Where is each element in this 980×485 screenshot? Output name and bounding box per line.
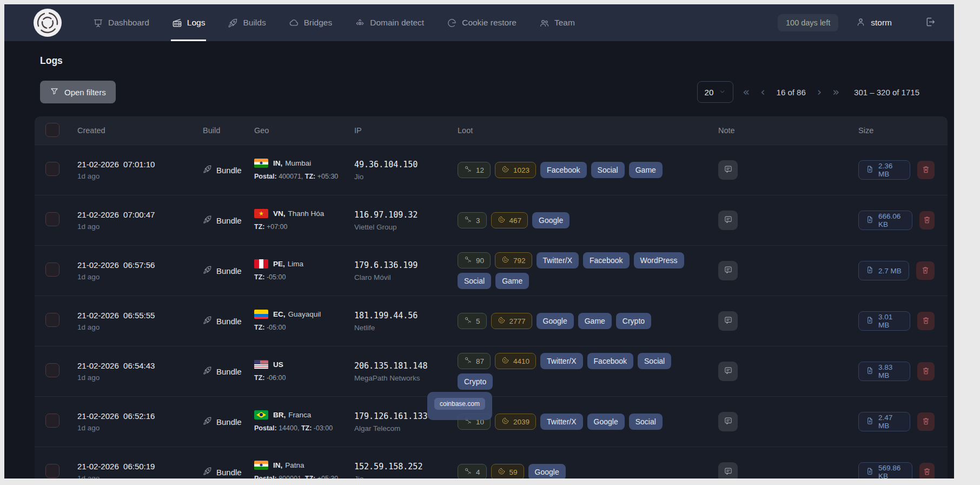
- service-badge[interactable]: Google: [537, 313, 574, 329]
- service-badge[interactable]: Google: [528, 464, 566, 479]
- service-badge[interactable]: Twitter/X: [537, 252, 579, 268]
- cookies-badge[interactable]: 4410: [495, 353, 536, 369]
- row-checkbox[interactable]: [45, 414, 59, 428]
- first-page-button[interactable]: «: [741, 87, 751, 98]
- note-button[interactable]: [718, 261, 738, 280]
- loot-badges: 3 467 Google: [458, 212, 718, 228]
- row-created: 21-02-2026 06:55:55: [77, 311, 203, 320]
- row-created: 21-02-2026 06:54:43: [77, 361, 203, 370]
- user-menu[interactable]: storm: [856, 17, 892, 29]
- delete-button[interactable]: [917, 161, 935, 179]
- row-isp: Algar Telecom: [354, 424, 458, 432]
- delete-button[interactable]: [917, 312, 935, 330]
- cookies-badge[interactable]: 792: [495, 252, 532, 268]
- row-checkbox[interactable]: [45, 162, 59, 176]
- service-badge[interactable]: Crypto: [616, 313, 651, 329]
- note-button[interactable]: [718, 462, 738, 479]
- row-ip: 181.199.44.56: [354, 311, 458, 320]
- logs-table: Created Build Geo IP Loot Note Size 21-0…: [35, 116, 948, 479]
- keys-badge[interactable]: 87: [458, 353, 491, 369]
- table-row: 21-02-2026 07:00:47 1d ago Bundle VN, Th…: [35, 195, 948, 245]
- note-button[interactable]: [718, 211, 738, 230]
- keys-badge[interactable]: 12: [458, 162, 491, 178]
- nav-item-cookie-restore[interactable]: Cookie restore: [446, 4, 518, 41]
- keys-badge[interactable]: 4: [458, 464, 487, 479]
- row-checkbox[interactable]: [45, 363, 59, 377]
- next-page-button[interactable]: ›: [816, 87, 823, 98]
- pagination: 20 « ‹ 16 of 86 › » 301 – 320 of 1715: [697, 81, 924, 103]
- row-checkbox[interactable]: [45, 313, 59, 327]
- note-button[interactable]: [718, 311, 738, 331]
- geo-country: PE,: [273, 260, 285, 268]
- service-badge[interactable]: Social: [629, 414, 663, 430]
- note-icon: [724, 215, 733, 226]
- page-size-select[interactable]: 20: [697, 81, 734, 103]
- service-badge[interactable]: Game: [578, 313, 612, 329]
- service-badge[interactable]: Google: [587, 414, 625, 430]
- cookies-badge[interactable]: 1023: [495, 162, 536, 178]
- delete-button[interactable]: [919, 211, 935, 230]
- nav-item-bridges[interactable]: Bridges: [288, 4, 334, 41]
- loot-badges: 90 792 Twitter/XFacebookWordPressSocialG…: [458, 252, 718, 289]
- delete-button[interactable]: [919, 463, 935, 479]
- keys-badge[interactable]: 90: [458, 252, 491, 268]
- delete-button[interactable]: [916, 261, 935, 280]
- download-size-badge[interactable]: 3.01 MB: [858, 311, 910, 331]
- note-button[interactable]: [718, 362, 738, 381]
- cookies-count: 4410: [513, 357, 529, 365]
- rocket-icon: [203, 165, 212, 175]
- nav-item-label: Bridges: [304, 18, 333, 28]
- cookies-badge[interactable]: 2777: [491, 313, 532, 329]
- service-badge[interactable]: Social: [458, 273, 491, 289]
- service-badge[interactable]: Google: [532, 212, 570, 228]
- download-size-badge[interactable]: 569.86 KB: [858, 462, 912, 479]
- delete-button[interactable]: [917, 412, 935, 431]
- nav-item-domain-detect[interactable]: Domain detect: [354, 4, 425, 41]
- download-size-badge[interactable]: 2.36 MB: [858, 160, 910, 180]
- service-badge[interactable]: Facebook: [540, 162, 586, 178]
- column-ip: IP: [354, 126, 458, 135]
- service-badge[interactable]: Social: [638, 353, 671, 369]
- nav-item-dashboard[interactable]: Dashboard: [92, 4, 150, 41]
- service-badge[interactable]: Social: [591, 162, 625, 178]
- note-button[interactable]: [718, 412, 738, 431]
- select-all-checkbox[interactable]: [45, 123, 59, 137]
- note-button[interactable]: [718, 160, 738, 180]
- row-checkbox[interactable]: [45, 212, 59, 226]
- nav-item-team[interactable]: Team: [538, 4, 576, 41]
- service-badge[interactable]: Game: [495, 273, 529, 289]
- nav-item-logs[interactable]: Logs: [171, 4, 207, 41]
- download-size-badge[interactable]: 3.83 MB: [858, 362, 910, 381]
- cookies-badge[interactable]: 2039: [495, 414, 536, 430]
- service-badge[interactable]: Twitter/X: [540, 353, 582, 369]
- service-badge[interactable]: Crypto: [458, 373, 493, 390]
- service-badge[interactable]: Game: [629, 162, 663, 178]
- trash-icon: [921, 266, 930, 276]
- team-icon: [539, 18, 549, 28]
- logout-button[interactable]: [924, 16, 936, 29]
- file-download-icon: [866, 316, 874, 326]
- service-badge[interactable]: WordPress: [634, 252, 684, 268]
- prev-page-button[interactable]: ‹: [759, 87, 766, 98]
- row-checkbox[interactable]: [45, 263, 59, 277]
- download-size-badge[interactable]: 2.47 MB: [858, 412, 910, 431]
- country-flag: [254, 310, 268, 319]
- service-badge[interactable]: Facebook: [583, 252, 629, 268]
- keys-badge[interactable]: 3: [458, 212, 487, 228]
- keys-badge[interactable]: 5: [458, 313, 487, 329]
- last-page-button[interactable]: »: [831, 87, 841, 98]
- row-age: 1d ago: [77, 373, 203, 382]
- download-size-badge[interactable]: 666.06 KB: [858, 211, 912, 230]
- row-age: 1d ago: [77, 172, 203, 180]
- download-size-badge[interactable]: 2.7 MB: [858, 261, 909, 280]
- geo-details: TZ: -05:00: [254, 272, 346, 282]
- cookies-badge[interactable]: 467: [491, 212, 528, 228]
- nav-item-builds[interactable]: Builds: [227, 4, 267, 41]
- cookies-badge[interactable]: 59: [491, 464, 524, 479]
- service-badge[interactable]: Facebook: [587, 353, 633, 369]
- row-checkbox[interactable]: [45, 464, 59, 478]
- open-filters-button[interactable]: Open filters: [40, 81, 116, 103]
- delete-button[interactable]: [917, 362, 935, 381]
- key-icon: [464, 356, 472, 366]
- service-badge[interactable]: Twitter/X: [540, 414, 582, 430]
